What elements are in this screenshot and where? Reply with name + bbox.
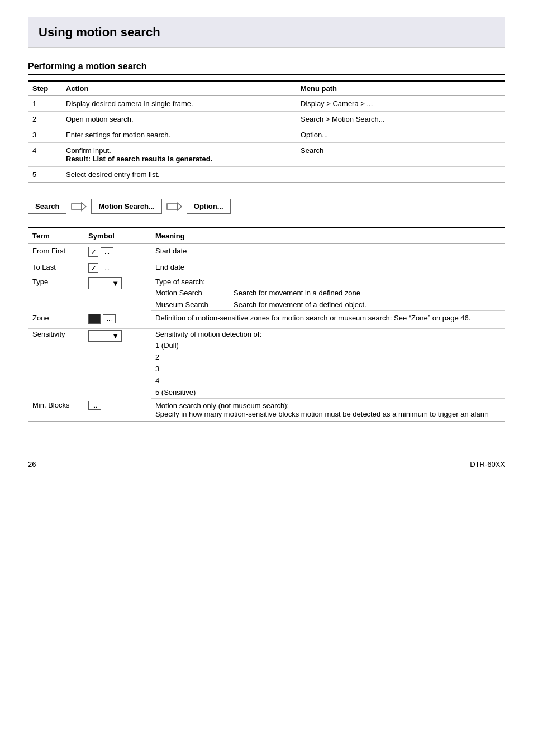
table-row: 5Select desired entry from list. <box>28 167 505 183</box>
check-ellipsis-symbol: ✓ ... <box>88 263 113 273</box>
list-item: To Last ✓ ... End date <box>28 260 505 276</box>
ellipsis-only-button[interactable]: ... <box>88 401 101 410</box>
menu-nav: Search Motion Search... Option... <box>28 199 505 214</box>
meaning-cell: Start date <box>151 244 505 260</box>
square-icon <box>88 314 101 324</box>
search-button[interactable]: Search <box>28 199 66 214</box>
motion-search-button[interactable]: Motion Search... <box>91 199 161 214</box>
symbol-cell: ✓ ... <box>84 244 151 260</box>
step-number: 2 <box>28 112 61 127</box>
term-table: Term Symbol Meaning From First ✓ ... Sta… <box>28 227 505 422</box>
term-cell: Zone <box>28 311 84 329</box>
steps-col-action: Action <box>61 81 296 96</box>
meaning-sub-cell: Motion SearchSearch for movement in a de… <box>151 287 505 299</box>
step-action: Display desired camera in single frame. <box>61 96 296 112</box>
dropdown-symbol[interactable]: ▼ <box>88 277 122 289</box>
step-menu-path: Display > Camera > ... <box>296 96 505 112</box>
meaning-sub-cell: 4 <box>151 375 505 386</box>
table-row: 3Enter settings for motion search.Option… <box>28 127 505 143</box>
meaning-sub-cell: 2 <box>151 351 505 363</box>
step-menu-path: Search > Motion Search... <box>296 112 505 127</box>
symbol-cell: ▼ <box>84 276 151 311</box>
step-menu-path: Option... <box>296 127 505 143</box>
table-row: 4Confirm input.Result: List of search re… <box>28 143 505 167</box>
table-row: 2Open motion search.Search > Motion Sear… <box>28 112 505 127</box>
step-number: 1 <box>28 96 61 112</box>
meaning-cell: End date <box>151 260 505 276</box>
page-title: Using motion search <box>39 25 494 40</box>
dropdown-symbol[interactable]: ▼ <box>88 330 122 342</box>
step-number: 5 <box>28 167 61 183</box>
symbol-cell: ✓ ... <box>84 260 151 276</box>
meaning-cell: Sensitivity of motion detection of: <box>151 328 505 339</box>
term-cell: Sensitivity <box>28 328 84 398</box>
step-action: Confirm input.Result: List of search res… <box>61 143 296 167</box>
meaning-cell: Definition of motion-sensitive zones for… <box>151 311 505 329</box>
term-cell: Min. Blocks <box>28 398 84 422</box>
term-col-meaning: Meaning <box>151 228 505 244</box>
page-number: 26 <box>28 460 36 468</box>
svg-rect-0 <box>72 204 82 209</box>
svg-rect-2 <box>167 204 177 209</box>
symbol-cell: ▼ <box>84 328 151 398</box>
steps-col-menu: Menu path <box>296 81 505 96</box>
product-code: DTR-60XX <box>470 460 505 468</box>
page-footer: 26 DTR-60XX <box>28 456 505 468</box>
term-cell: To Last <box>28 260 84 276</box>
term-col-term: Term <box>28 228 84 244</box>
meaning-cell: Motion search only (not museum search):S… <box>151 398 505 422</box>
meaning-sub-cell: 3 <box>151 363 505 375</box>
ellipsis-button[interactable]: ... <box>103 314 116 323</box>
step-number: 3 <box>28 127 61 143</box>
arrow-icon-2 <box>166 202 182 212</box>
list-item: From First ✓ ... Start date <box>28 244 505 260</box>
steps-col-step: Step <box>28 81 61 96</box>
meaning-sub-cell: Museum SearchSearch for movement of a de… <box>151 299 505 311</box>
checkmark-icon: ✓ <box>88 247 98 257</box>
step-action: Open motion search. <box>61 112 296 127</box>
step-action: Select desired entry from list. <box>61 167 296 183</box>
symbol-cell: ... <box>84 311 151 329</box>
meaning-sub-cell: 5 (Sensitive) <box>151 386 505 399</box>
list-item: Zone ... Definition of motion-sensitive … <box>28 311 505 329</box>
section-title: Performing a motion search <box>28 61 505 75</box>
step-menu-path: Search <box>296 143 505 167</box>
table-row: 1Display desired camera in single frame.… <box>28 96 505 112</box>
square-ellipsis-symbol: ... <box>88 314 116 324</box>
steps-table: Step Action Menu path 1Display desired c… <box>28 80 505 183</box>
meaning-sub-cell: 1 (Dull) <box>151 339 505 351</box>
ellipsis-button[interactable]: ... <box>101 264 113 272</box>
step-number: 4 <box>28 143 61 167</box>
list-item: Type ▼ Type of search: <box>28 276 505 288</box>
symbol-cell: ... <box>84 398 151 422</box>
list-item: Min. Blocks...Motion search only (not mu… <box>28 398 505 422</box>
svg-marker-1 <box>82 203 86 210</box>
step-action: Enter settings for motion search. <box>61 127 296 143</box>
svg-marker-3 <box>177 203 182 210</box>
option-button[interactable]: Option... <box>187 199 231 214</box>
checkmark-icon: ✓ <box>88 263 98 273</box>
page-title-bar: Using motion search <box>28 17 505 48</box>
step-menu-path <box>296 167 505 183</box>
term-col-symbol: Symbol <box>84 228 151 244</box>
term-cell: From First <box>28 244 84 260</box>
list-item: Sensitivity ▼ Sensitivity of motion dete… <box>28 328 505 339</box>
meaning-cell: Type of search: <box>151 276 505 288</box>
ellipsis-button[interactable]: ... <box>101 247 113 256</box>
arrow-icon-1 <box>71 202 87 212</box>
check-ellipsis-symbol: ✓ ... <box>88 247 113 257</box>
term-cell: Type <box>28 276 84 311</box>
